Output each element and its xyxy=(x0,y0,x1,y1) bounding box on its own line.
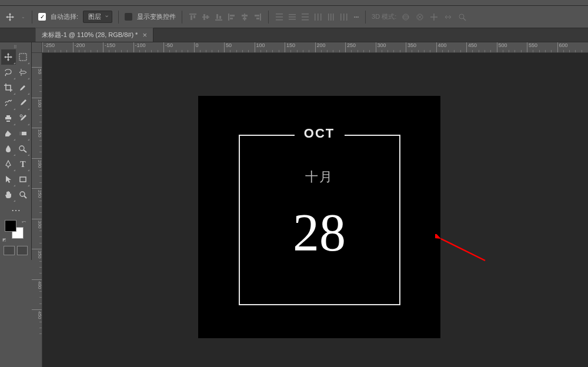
tool-preset-dropdown[interactable]: ⌄ xyxy=(20,14,26,19)
swap-colors-icon[interactable]: ⤺ xyxy=(22,219,26,225)
ruler-tick: 100 xyxy=(255,42,265,53)
zoom-3d-icon[interactable] xyxy=(457,12,467,22)
align-right-icon[interactable] xyxy=(253,12,262,22)
align-hcenter-icon[interactable] xyxy=(240,12,249,22)
marquee-tool[interactable] xyxy=(16,49,31,65)
svg-rect-35 xyxy=(346,14,348,21)
default-colors-icon[interactable]: ◩ xyxy=(2,238,6,242)
crop-tool[interactable] xyxy=(1,80,16,95)
ruler-tick: 350 xyxy=(406,42,416,53)
ruler-tick: 200 xyxy=(315,42,326,53)
ruler-tick: 450 xyxy=(466,42,477,53)
calendar-month-chinese: 十月 xyxy=(199,168,440,186)
ruler-tick: 350 xyxy=(32,249,42,258)
color-swatch[interactable]: ⤺ ◩ xyxy=(1,218,30,243)
zoom-tool[interactable] xyxy=(16,187,31,202)
svg-rect-28 xyxy=(318,14,319,21)
svg-rect-19 xyxy=(276,16,283,18)
canvas-workspace[interactable]: OCT 十月 28 xyxy=(42,53,588,367)
type-tool[interactable]: T xyxy=(16,156,31,172)
divider xyxy=(32,11,32,24)
align-bottom-icon[interactable] xyxy=(214,12,223,22)
quick-mask-toggle[interactable] xyxy=(4,246,15,255)
distribute-vcenter-icon[interactable] xyxy=(288,12,297,22)
svg-rect-22 xyxy=(289,16,296,18)
history-brush-tool[interactable] xyxy=(16,111,31,126)
ruler-tick: 0 xyxy=(194,42,199,53)
path-select-tool[interactable] xyxy=(1,172,16,187)
distribute-hcenter-icon[interactable] xyxy=(326,12,336,22)
svg-rect-6 xyxy=(215,19,222,21)
ruler-tick: 200 xyxy=(32,158,42,168)
screen-mode-toggle[interactable] xyxy=(17,246,28,255)
svg-rect-25 xyxy=(302,16,309,18)
blur-tool[interactable] xyxy=(1,141,16,156)
slide-3d-icon[interactable] xyxy=(443,12,453,22)
divider xyxy=(182,11,182,24)
svg-rect-24 xyxy=(302,14,309,15)
roll-3d-icon[interactable] xyxy=(415,12,425,22)
ruler-vertical[interactable]: 50100150200250300350400450 xyxy=(32,53,42,367)
quick-select-tool[interactable] xyxy=(16,65,31,80)
align-more-dropdown[interactable]: ••• xyxy=(353,14,359,19)
move-tool[interactable] xyxy=(1,49,16,65)
orbit-3d-icon[interactable] xyxy=(401,12,410,22)
svg-rect-20 xyxy=(276,19,283,21)
close-icon[interactable]: × xyxy=(142,31,147,39)
lasso-tool[interactable] xyxy=(1,65,16,80)
rectangle-tool[interactable] xyxy=(16,172,31,187)
eraser-tool[interactable] xyxy=(1,126,16,141)
panel-grip[interactable]: ⠿ xyxy=(1,45,30,49)
svg-rect-26 xyxy=(302,19,309,21)
tab-bar: 未标题-1 @ 110% (28, RGB/8#) * × xyxy=(0,28,588,42)
svg-rect-30 xyxy=(328,14,329,21)
layer-group-select[interactable]: 图层 xyxy=(83,11,112,23)
align-left-icon[interactable] xyxy=(227,12,236,22)
svg-rect-0 xyxy=(189,14,196,15)
distribute-left-icon[interactable] xyxy=(313,12,323,22)
svg-point-44 xyxy=(19,146,24,151)
gradient-tool[interactable] xyxy=(16,126,31,141)
align-top-icon[interactable] xyxy=(188,12,198,22)
svg-rect-21 xyxy=(289,14,296,15)
svg-rect-9 xyxy=(228,14,229,21)
ruler-tick: 500 xyxy=(497,42,507,53)
document-tab[interactable]: 未标题-1 @ 110% (28, RGB/8#) * × xyxy=(35,28,153,42)
svg-rect-3 xyxy=(202,16,209,18)
show-transform-checkbox[interactable] xyxy=(125,13,132,21)
distribute-top-icon[interactable] xyxy=(275,12,284,22)
healing-brush-tool[interactable] xyxy=(1,95,16,111)
distribute-bottom-icon[interactable] xyxy=(300,12,310,22)
edit-toolbar-button[interactable]: ⋯ xyxy=(1,202,30,218)
move-tool-icon[interactable] xyxy=(5,12,15,22)
svg-rect-27 xyxy=(315,14,316,21)
svg-rect-10 xyxy=(230,15,235,16)
svg-text:T: T xyxy=(20,160,26,169)
ruler-horizontal[interactable]: -250-200-150-100-50050100150200250300350… xyxy=(32,42,588,53)
svg-rect-5 xyxy=(206,15,208,19)
clone-stamp-tool[interactable] xyxy=(1,111,16,126)
svg-point-36 xyxy=(403,14,409,20)
hand-tool[interactable] xyxy=(1,187,16,202)
eyedropper-tool[interactable] xyxy=(16,80,31,95)
ruler-tick: 250 xyxy=(345,42,356,53)
ruler-tick: 450 xyxy=(32,309,42,319)
svg-rect-40 xyxy=(19,54,26,61)
svg-rect-12 xyxy=(244,14,245,21)
distribute-right-icon[interactable] xyxy=(339,12,349,22)
document-canvas[interactable]: OCT 十月 28 xyxy=(199,96,440,338)
foreground-color[interactable] xyxy=(5,220,16,232)
svg-rect-8 xyxy=(219,16,221,19)
svg-rect-18 xyxy=(276,14,283,15)
brush-tool[interactable] xyxy=(16,95,31,111)
dodge-tool[interactable] xyxy=(16,141,31,156)
ruler-tick: 550 xyxy=(527,42,537,53)
svg-rect-11 xyxy=(230,18,233,19)
auto-select-checkbox[interactable]: ✓ xyxy=(38,13,46,21)
svg-rect-14 xyxy=(243,18,246,19)
pen-tool[interactable] xyxy=(1,156,16,172)
align-vcenter-icon[interactable] xyxy=(201,12,211,22)
pan-3d-icon[interactable] xyxy=(429,12,439,22)
ruler-origin[interactable] xyxy=(32,42,42,53)
ruler-tick: 300 xyxy=(376,42,386,53)
